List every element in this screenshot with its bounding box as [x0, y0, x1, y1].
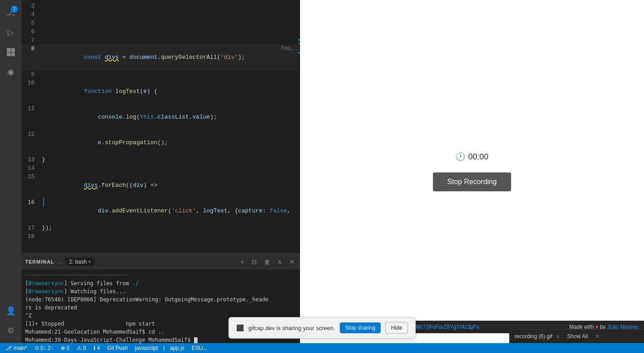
warnings-status[interactable]: ⚠ 0	[75, 345, 88, 351]
branch-icon: ⎇	[5, 345, 12, 351]
gif-close-button[interactable]: ✕	[595, 333, 600, 340]
extensions-icon[interactable]	[2, 43, 20, 61]
timer-display: 00:00	[468, 152, 488, 162]
code-line-17: 17 });	[22, 224, 300, 232]
gif-notification: recording (6).gif ∧ Show All ✕	[509, 329, 644, 343]
code-line-15: 15 divs.forEach((div) =>	[22, 172, 300, 198]
editor-area: 3 4 5 6	[22, 0, 300, 343]
terminal-line-2: [Browsersync] Watching files...	[25, 287, 296, 296]
terminal-delete-btn[interactable]: 🗑	[262, 257, 272, 266]
appjs-status[interactable]: app.js	[168, 345, 186, 351]
code-line-7: 7	[22, 36, 300, 44]
hide-banner-button[interactable]: Hide	[385, 322, 408, 334]
gif-filename: recording (6).gif	[515, 333, 552, 340]
stop-recording-button[interactable]: Stop Recording	[433, 172, 511, 191]
git-push-status[interactable]: Git Push	[106, 345, 130, 351]
screen-share-icon: ⬛	[236, 324, 244, 331]
info-label: ℹ 4	[93, 345, 100, 351]
errors-label: ⊗ 0	[61, 345, 70, 351]
code-line-3: 3	[22, 2, 300, 10]
terminal-split-btn[interactable]: ⊟	[250, 257, 259, 266]
terminal-line-separator: ────────────────────────────────	[25, 271, 296, 279]
run-debug-icon[interactable]: ▷	[2, 23, 20, 41]
code-line-14: 14	[22, 164, 300, 172]
terminal-line-3: (node:76540) [DEP0066] DeprecationWarnin…	[25, 296, 296, 304]
terminal-add-btn[interactable]: +	[239, 257, 246, 266]
code-line-10: 10 function logText(e) {	[22, 79, 300, 104]
sync-label: ⊙ 0↓ 2↑	[35, 345, 53, 351]
pipe-separator: |	[163, 345, 164, 351]
terminal-tab-label: 2: bash	[69, 259, 87, 265]
screen-share-banner: ⬛ gifcap.dev is sharing your screen. Sto…	[229, 317, 416, 339]
terminal-actions: + ⊟ 🗑 ∧ ✕	[239, 257, 296, 266]
show-all-button[interactable]: Show All	[564, 332, 591, 340]
code-line-11: 11 console.log(this.classList.value);	[22, 104, 300, 130]
terminal-line-4: rs is deprecated	[25, 304, 296, 312]
appjs-label: app.js	[170, 345, 185, 351]
terminal-close-btn[interactable]: ✕	[287, 257, 296, 266]
source-control-badge: 7	[11, 5, 18, 13]
eslint-label: ESLi...	[192, 345, 207, 351]
terminal-more-options[interactable]: ...	[58, 259, 62, 265]
terminal-tab-arrow[interactable]: ▾	[88, 259, 91, 264]
gif-expand-button[interactable]: ∧	[556, 333, 560, 340]
branch-name: main*	[13, 345, 27, 351]
terminal-line-1: [Browsersync] Serving files from ./	[25, 279, 296, 287]
warnings-label: ⚠ 0	[77, 345, 86, 351]
terminal-collapse-btn[interactable]: ∧	[276, 257, 284, 266]
activity-bar: ⎇ 7 ▷ ◉ 👤 ⚙	[0, 0, 22, 343]
remote-explorer-icon[interactable]: ◉	[2, 63, 20, 81]
code-line-16: 16 div.addEventListener('click', logText…	[22, 198, 300, 224]
javascript-label: javascript	[135, 345, 158, 351]
branch-status[interactable]: ⎇ main*	[4, 345, 29, 351]
code-line-4: 4	[22, 10, 300, 19]
right-panel: 🕐 00:00 Stop Recording ⑂ joaomoreno/gifc…	[300, 0, 644, 343]
recording-timer: 🕐 00:00	[455, 152, 488, 162]
eslint-status[interactable]: ESLi...	[190, 345, 209, 351]
code-line-12: 12 e.stopPropagation();	[22, 130, 300, 155]
git-push-label: Git Push	[107, 345, 128, 351]
terminal-tab[interactable]: 2: bash ▾	[66, 258, 94, 266]
code-editor[interactable]: 3 4 5 6	[22, 0, 300, 253]
errors-status[interactable]: ⊗ 0	[59, 345, 71, 351]
stop-sharing-button[interactable]: Stop sharing	[340, 322, 380, 333]
javascript-status[interactable]: javascript	[133, 345, 160, 351]
sync-status[interactable]: ⊙ 0↓ 2↑	[33, 345, 55, 351]
settings-icon[interactable]: ⚙	[2, 322, 20, 340]
code-line-13: 13 }	[22, 155, 300, 164]
terminal-title: TERMINAL	[25, 259, 54, 265]
status-bar: ⎇ main* ⊙ 0↓ 2↑ ⊗ 0 ⚠ 0 ℹ 4 Git Push jav…	[0, 343, 644, 353]
source-control-icon[interactable]: ⎇ 7	[2, 4, 20, 22]
clock-icon: 🕐	[455, 152, 465, 162]
screen-share-message: gifcap.dev is sharing your screen.	[248, 325, 335, 331]
code-line-9: 9	[22, 70, 300, 79]
code-line-5: 5	[22, 19, 300, 27]
info-status[interactable]: ℹ 4	[92, 345, 102, 351]
terminal-header: TERMINAL ... 2: bash ▾ + ⊟ 🗑 ∧ ✕	[22, 254, 300, 269]
accounts-icon[interactable]: 👤	[2, 302, 20, 320]
code-line-8: 8 const divs = document.querySelectorAll…	[22, 44, 300, 70]
code-line-6: 6	[22, 27, 300, 36]
code-line-18: 18	[22, 232, 300, 241]
